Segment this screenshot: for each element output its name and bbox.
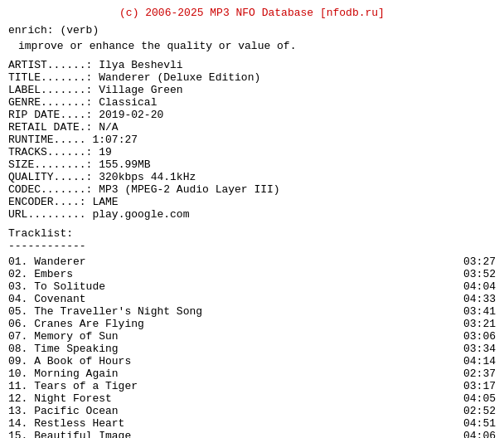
tracklist: 01. Wanderer03:2702. Embers03:5203. To S… [8,256,496,438]
track-duration: 03:17 [463,380,496,392]
track-row: 11. Tears of a Tiger03:17 [8,380,496,392]
url-row: URL......... play.google.com [8,208,496,221]
track-row: 10. Morning Again02:37 [8,367,496,380]
track-row: 15. Beautiful Image04:06 [8,430,496,438]
track-title: 09. A Book of Hours [8,355,457,367]
encoder-row: ENCODER....: LAME [8,196,496,208]
track-row: 13. Pacific Ocean02:52 [8,405,496,417]
track-duration: 04:06 [463,430,496,438]
track-duration: 03:21 [463,318,496,330]
track-title: 10. Morning Again [8,367,457,380]
track-duration: 04:04 [463,280,496,293]
enrich-description: improve or enhance the quality or value … [8,40,496,52]
track-duration: 04:33 [463,293,496,305]
track-duration: 02:37 [463,367,496,380]
track-duration: 04:51 [463,417,496,430]
track-title: 15. Beautiful Image [8,430,457,438]
track-title: 03. To Solitude [8,280,457,293]
track-row: 05. The Traveller's Night Song03:41 [8,305,496,318]
track-row: 03. To Solitude04:04 [8,280,496,293]
track-title: 12. Night Forest [8,392,457,405]
track-title: 04. Covenant [8,293,457,305]
track-duration: 04:05 [463,392,496,405]
track-title: 08. Time Speaking [8,343,457,355]
track-row: 12. Night Forest04:05 [8,392,496,405]
codec-row: CODEC.......: MP3 (MPEG-2 Audio Layer II… [8,183,496,196]
track-row: 08. Time Speaking03:34 [8,343,496,355]
retail-date-row: RETAIL DATE.: N/A [8,121,496,134]
track-row: 01. Wanderer03:27 [8,256,496,268]
metadata-section: ARTIST......: Ilya Beshevli TITLE.......… [8,59,496,221]
track-duration: 03:27 [463,256,496,268]
enrich-label: enrich: (verb) [8,24,496,36]
genre-row: GENRE.......: Classical [8,96,496,109]
track-title: 11. Tears of a Tiger [8,380,457,392]
track-row: 02. Embers03:52 [8,268,496,280]
track-duration: 03:06 [463,330,496,343]
track-duration: 03:41 [463,305,496,318]
header-line: (c) 2006-2025 MP3 NFO Database [nfodb.ru… [8,7,496,19]
track-title: 06. Cranes Are Flying [8,318,457,330]
label-row: LABEL.......: Village Green [8,84,496,96]
tracks-row: TRACKS......: 19 [8,146,496,158]
rip-date-row: RIP DATE....: 2019-02-20 [8,109,496,121]
track-row: 14. Restless Heart04:51 [8,417,496,430]
tracklist-header: Tracklist: [8,227,496,240]
size-row: SIZE........: 155.99MB [8,158,496,171]
track-title: 02. Embers [8,268,457,280]
artist-row: ARTIST......: Ilya Beshevli [8,59,496,71]
track-title: 05. The Traveller's Night Song [8,305,457,318]
title-row: TITLE.......: Wanderer (Deluxe Edition) [8,71,496,84]
track-duration: 02:52 [463,405,496,417]
track-row: 06. Cranes Are Flying03:21 [8,318,496,330]
track-row: 07. Memory of Sun03:06 [8,330,496,343]
tracklist-divider: ------------ [8,240,496,252]
track-duration: 04:14 [463,355,496,367]
track-title: 13. Pacific Ocean [8,405,457,417]
track-row: 09. A Book of Hours04:14 [8,355,496,367]
track-duration: 03:52 [463,268,496,280]
track-row: 04. Covenant04:33 [8,293,496,305]
quality-row: QUALITY.....: 320kbps 44.1kHz [8,171,496,183]
track-title: 14. Restless Heart [8,417,457,430]
runtime-row: RUNTIME..... 1:07:27 [8,134,496,146]
track-duration: 03:34 [463,343,496,355]
track-title: 07. Memory of Sun [8,330,457,343]
track-title: 01. Wanderer [8,256,457,268]
